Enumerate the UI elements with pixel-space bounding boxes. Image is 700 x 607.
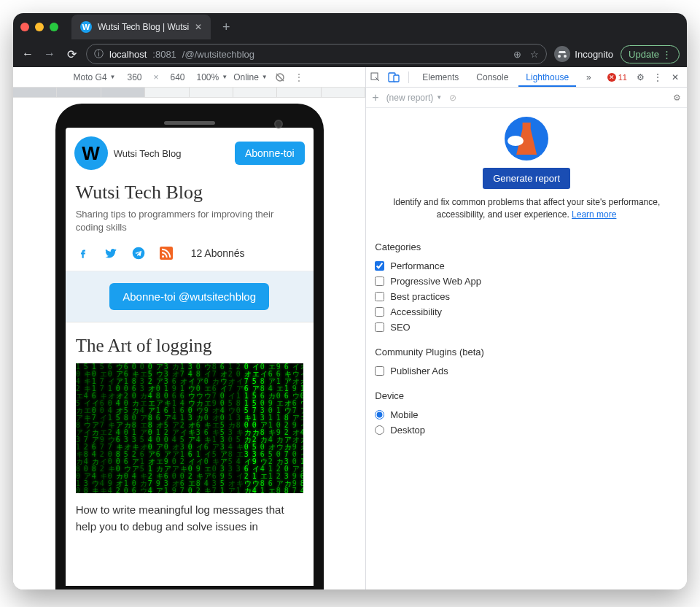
cat-list-input[interactable] [375, 307, 384, 317]
forward-button[interactable]: → [42, 47, 57, 61]
url-port: :8081 [152, 49, 176, 60]
window-min-dot[interactable] [35, 23, 44, 31]
cat-list-input[interactable] [375, 292, 384, 301]
plugin-list-item[interactable]: Publisher Ads [375, 363, 678, 379]
subscribe-button[interactable]: Abonne-toi [235, 142, 305, 165]
browser-tab[interactable]: W Wutsi Tech Blog | Wutsi ✕ [71, 15, 211, 39]
menu-dots-icon[interactable]: ⋮ [662, 49, 672, 60]
lighthouse-description: Identify and fix common problems that af… [375, 196, 678, 221]
article-excerpt: How to write meaningful log messages tha… [76, 493, 303, 535]
viewport-height-input[interactable] [165, 72, 191, 82]
telegram-icon[interactable] [131, 246, 146, 260]
device-heading: Device [375, 390, 678, 401]
zoom-icon[interactable]: ⊕ [513, 49, 521, 60]
device-screen[interactable]: W Wutsi Tech Blog Abonne-toi Wutsi Tech … [66, 128, 314, 586]
twitter-icon[interactable] [104, 246, 118, 260]
device-toggle-icon[interactable] [388, 72, 402, 82]
cat-list-label: Best practices [390, 291, 450, 302]
svg-point-2 [132, 247, 144, 260]
categories-heading: Categories [375, 241, 678, 252]
back-button[interactable]: ← [20, 47, 35, 61]
svg-rect-3 [160, 247, 173, 260]
settings-gear-icon[interactable]: ⚙ [633, 72, 648, 82]
bookmark-star-icon[interactable]: ☆ [530, 49, 539, 60]
url-path: /@/wutsitechblog [182, 49, 254, 60]
rotate-icon[interactable] [273, 71, 287, 84]
device-list-input[interactable] [375, 410, 384, 420]
article-title[interactable]: The Art of logging [76, 336, 303, 356]
cat-list-label: Accessibility [390, 306, 442, 317]
page-title: Wutsi Tech Blog [66, 179, 314, 208]
generate-report-button[interactable]: Generate report [483, 168, 570, 189]
devtools-menu-icon[interactable]: ⋮ [650, 72, 665, 82]
address-bar[interactable]: ⓘ localhost:8081/@/wutsitechblog ⊕ ☆ [86, 44, 547, 64]
site-avatar[interactable]: W [74, 136, 108, 170]
device-list-label: Mobile [390, 409, 418, 420]
plugins-heading: Community Plugins (beta) [375, 347, 678, 357]
device-frame: W Wutsi Tech Blog Abonne-toi Wutsi Tech … [55, 104, 324, 589]
more-icon[interactable]: ⋮ [292, 71, 306, 84]
update-button[interactable]: Update ⋮ [621, 45, 680, 63]
inspect-icon[interactable] [370, 72, 385, 82]
new-tab-button[interactable]: + [217, 18, 236, 36]
window-max-dot[interactable] [50, 23, 58, 31]
new-report-plus-icon[interactable]: + [372, 91, 378, 104]
tab-title: Wutsi Tech Blog | Wutsi [98, 22, 189, 32]
tab-close-icon[interactable]: ✕ [195, 22, 202, 32]
incognito-indicator: Incognito [554, 46, 613, 62]
report-select[interactable]: (new report) ▼ [386, 93, 443, 103]
incognito-icon [554, 46, 570, 62]
device-list-input[interactable] [375, 425, 384, 435]
page-tagline: Sharing tips to programmers for improvin… [66, 208, 314, 241]
svg-point-4 [162, 255, 164, 258]
device-list-item[interactable]: Desktop [375, 422, 678, 438]
learn-more-link[interactable]: Learn more [572, 209, 616, 220]
rss-icon[interactable] [159, 246, 174, 260]
cat-list-input[interactable] [375, 322, 384, 332]
lighthouse-logo-icon [505, 117, 548, 161]
reload-button[interactable]: ⟳ [64, 47, 79, 61]
throttle-select[interactable]: Online▼ [233, 72, 268, 82]
plugin-list-label: Publisher Ads [390, 366, 448, 376]
viewport-width-input[interactable] [121, 72, 147, 82]
site-name: Wutsi Tech Blog [114, 148, 182, 159]
tab-lighthouse[interactable]: Lighthouse [518, 68, 576, 87]
error-counter[interactable]: ✕11 [604, 73, 630, 82]
phone-camera [274, 120, 283, 128]
responsive-ruler [13, 88, 365, 98]
svg-rect-7 [394, 75, 399, 82]
dim-separator: × [153, 72, 158, 82]
device-select[interactable]: Moto G4▼ [74, 72, 116, 82]
clear-icon[interactable]: ⊘ [449, 93, 456, 103]
window-close-dot[interactable] [20, 23, 29, 31]
followers-count: 12 Abonnés [191, 247, 245, 259]
url-host: localhost [109, 49, 147, 60]
cat-list-label: Progressive Web App [390, 276, 481, 287]
tabs-overflow[interactable]: » [579, 68, 599, 87]
article-image[interactable]: 1 0 4 2 エ 5 カ ア 8 ア 3 1 キ カ 8 0 1 0 7 イ … [76, 363, 303, 493]
cat-list-label: SEO [390, 322, 410, 333]
incognito-label: Incognito [575, 49, 613, 60]
zoom-select[interactable]: 100%▼ [197, 72, 228, 82]
site-info-icon[interactable]: ⓘ [94, 47, 104, 61]
lighthouse-settings-gear-icon[interactable]: ⚙ [673, 93, 681, 103]
devtools-close-icon[interactable]: ✕ [668, 72, 682, 82]
plugin-list-input[interactable] [375, 366, 384, 376]
device-list-item[interactable]: Mobile [375, 407, 678, 422]
cat-list-item[interactable]: Performance [375, 258, 678, 274]
cat-list-label: Performance [390, 260, 444, 271]
device-list-label: Desktop [390, 425, 425, 436]
cat-list-item[interactable]: Best practices [375, 289, 678, 304]
cat-list-item[interactable]: SEO [375, 320, 678, 335]
phone-speaker [164, 121, 215, 125]
subscribe-cta-button[interactable]: Abonne-toi @wutsitechblog [109, 283, 269, 310]
cat-list-item[interactable]: Accessibility [375, 304, 678, 320]
cat-list-input[interactable] [375, 277, 384, 286]
tab-elements[interactable]: Elements [415, 68, 466, 87]
favicon-icon: W [80, 21, 92, 33]
facebook-icon[interactable] [76, 246, 90, 260]
cat-list-item[interactable]: Progressive Web App [375, 274, 678, 289]
cat-list-input[interactable] [375, 261, 384, 271]
tab-console[interactable]: Console [469, 68, 516, 87]
